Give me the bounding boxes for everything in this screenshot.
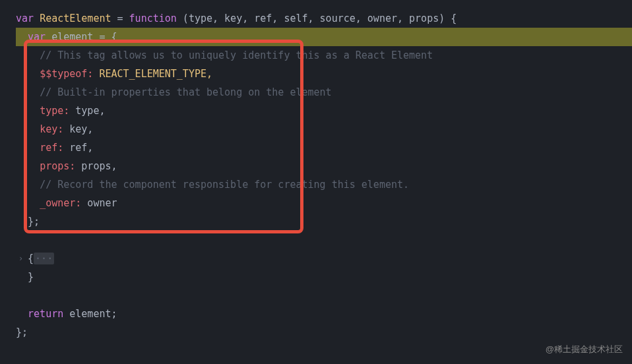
var-name: element xyxy=(46,31,93,43)
value: props, xyxy=(75,160,117,172)
code-line-5[interactable]: // Built-in properties that belong on th… xyxy=(16,83,632,102)
value: REACT_ELEMENT_TYPE, xyxy=(93,68,212,80)
code-line-3[interactable]: // This tag allows us to uniquely identi… xyxy=(16,46,632,65)
keyword-function: function xyxy=(129,13,177,24)
code-line-7[interactable]: key: key, xyxy=(16,120,632,138)
keyword-var: var xyxy=(16,13,34,24)
code-line-1[interactable]: var ReactElement = function (type, key, … xyxy=(16,9,632,28)
value: key, xyxy=(63,123,93,135)
empty-line[interactable] xyxy=(16,231,632,249)
code-line-4[interactable]: $$typeof: REACT_ELEMENT_TYPE, xyxy=(16,65,632,83)
property: ref: xyxy=(40,142,63,154)
keyword-return: return xyxy=(28,308,63,320)
code-line-8[interactable]: ref: ref, xyxy=(16,138,632,157)
value: type, xyxy=(69,105,105,117)
code-line-15[interactable]: return element; xyxy=(16,305,632,323)
code-editor[interactable]: var ReactElement = function (type, key, … xyxy=(0,0,632,351)
code-line-folded[interactable]: › {··· xyxy=(16,249,632,268)
code-line-9[interactable]: props: props, xyxy=(16,157,632,175)
property: $$typeof: xyxy=(40,68,93,80)
code-line-10[interactable]: // Record the component responsible for … xyxy=(16,175,632,194)
watermark-text: @稀土掘金技术社区 xyxy=(546,340,623,359)
property: props: xyxy=(40,160,75,172)
value: owner xyxy=(81,197,117,209)
fold-ellipsis[interactable]: ··· xyxy=(34,253,54,264)
comment: // Built-in properties that belong on th… xyxy=(40,86,332,98)
chevron-right-icon[interactable]: › xyxy=(18,249,23,268)
empty-line[interactable] xyxy=(16,286,632,305)
value: ref, xyxy=(63,142,93,154)
code-line-2-highlighted[interactable]: var element = { xyxy=(16,28,632,46)
comment: // This tag allows us to uniquely identi… xyxy=(40,49,433,61)
code-line-11[interactable]: _owner: owner xyxy=(16,194,632,212)
params: (type, key, ref, self, source, owner, pr… xyxy=(177,13,457,24)
code-line-12[interactable]: }; xyxy=(16,212,632,231)
property: type: xyxy=(40,105,69,117)
property: _owner: xyxy=(40,197,81,209)
keyword-var: var xyxy=(28,31,46,43)
code-line-6[interactable]: type: type, xyxy=(16,102,632,120)
property: key: xyxy=(40,123,63,135)
code-line-14[interactable]: } xyxy=(16,268,632,286)
code-line-16[interactable]: }; xyxy=(16,323,632,342)
return-value: element; xyxy=(63,308,117,320)
comment: // Record the component responsible for … xyxy=(40,179,409,191)
identifier: ReactElement xyxy=(40,13,111,24)
